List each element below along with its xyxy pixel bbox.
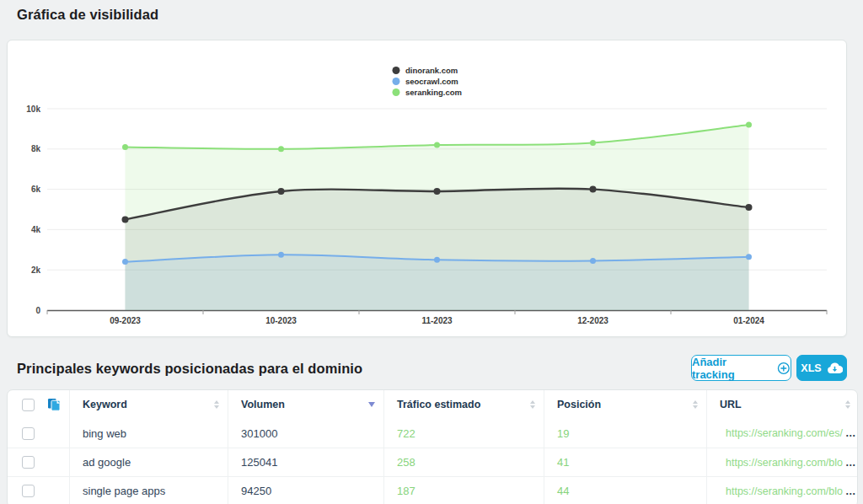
url-ellipsis: … [845, 485, 856, 497]
keywords-table: Keyword Volumen Tráfico estimado Posició… [7, 389, 858, 504]
row-checkbox[interactable] [22, 485, 35, 497]
series-color-dot [392, 88, 399, 96]
data-point-seocrawl.com[interactable] [122, 259, 128, 265]
legend-label: seranking.com [405, 88, 462, 97]
x-axis-tick: 11-2023 [421, 316, 453, 325]
legend-item-dinorank.com[interactable]: dinorank.com [392, 66, 462, 75]
chart-legend: dinorank.comseocrawl.comseranking.com [392, 66, 462, 97]
position-cell: 19 [544, 419, 707, 448]
volume-cell: 301000 [228, 419, 384, 448]
header-select-cell [8, 390, 70, 419]
data-point-dinorank.com[interactable] [746, 204, 753, 211]
data-point-dinorank.com[interactable] [122, 216, 129, 223]
keyword-cell: ad google [70, 448, 228, 476]
url-link[interactable]: https://seranking.com/blo… [707, 448, 858, 476]
table-body: bing web30100072219https://seranking.com… [8, 419, 857, 504]
table-header-row: Keyword Volumen Tráfico estimado Posició… [8, 390, 857, 419]
data-point-seranking.com[interactable] [122, 144, 128, 150]
legend-item-seocrawl.com[interactable]: seocrawl.com [392, 77, 462, 86]
url-ellipsis: … [845, 457, 856, 469]
data-point-seranking.com[interactable] [746, 122, 752, 128]
row-select-cell [8, 477, 70, 504]
y-axis-tick: 4k [31, 225, 41, 234]
url-link[interactable]: https://seranking.com/es/… [707, 419, 858, 448]
column-header-volumen[interactable]: Volumen [228, 390, 384, 419]
x-axis-tick: 12-2023 [577, 316, 608, 325]
legend-label: dinorank.com [405, 66, 458, 75]
position-cell: 44 [544, 477, 707, 504]
url-ellipsis: … [845, 427, 856, 439]
xls-label: XLS [801, 362, 821, 374]
series-color-dot [392, 67, 399, 74]
data-point-seranking.com[interactable] [278, 146, 284, 152]
sort-icon [214, 400, 219, 409]
table-row: single page apps9425018744https://serank… [8, 476, 857, 504]
traffic-cell: 722 [384, 419, 544, 448]
xls-export-button[interactable]: XLS [796, 355, 847, 381]
y-axis-tick: 0 [35, 306, 40, 315]
data-point-dinorank.com[interactable] [278, 188, 285, 195]
y-axis-tick: 2k [31, 265, 41, 275]
sort-desc-icon [368, 402, 375, 407]
position-cell: 41 [544, 448, 707, 476]
row-select-cell [8, 448, 70, 476]
data-point-seocrawl.com[interactable] [278, 252, 284, 258]
url-text: https://seranking.com/blo [726, 485, 843, 497]
add-tracking-button[interactable]: Añadir tracking [691, 355, 791, 381]
y-axis-tick: 8k [31, 144, 41, 153]
sort-icon [845, 400, 850, 409]
data-point-seranking.com[interactable] [434, 142, 440, 148]
copy-icon[interactable] [47, 398, 61, 411]
select-all-checkbox[interactable] [22, 399, 35, 411]
add-tracking-label: Añadir tracking [692, 356, 770, 381]
table-row: ad google12504125841https://seranking.co… [8, 448, 857, 476]
series-color-dot [392, 78, 399, 85]
column-header-posicion[interactable]: Posición [544, 390, 707, 419]
visibility-chart-title: Gráfica de visibilidad [17, 7, 158, 23]
x-axis-tick: 09-2023 [110, 316, 141, 325]
traffic-cell: 258 [384, 448, 544, 476]
data-point-dinorank.com[interactable] [590, 186, 597, 193]
y-axis-tick: 10k [26, 105, 40, 114]
data-point-seranking.com[interactable] [590, 140, 596, 146]
legend-label: seocrawl.com [405, 77, 458, 86]
traffic-cell: 187 [384, 477, 544, 504]
sort-icon [693, 400, 698, 409]
url-text: https://seranking.com/blo [726, 457, 843, 469]
y-axis-tick: 6k [31, 185, 41, 194]
data-point-dinorank.com[interactable] [434, 188, 441, 195]
keywords-section-title: Principales keywords posicionadas para e… [17, 361, 362, 377]
row-checkbox[interactable] [22, 427, 35, 440]
row-select-cell [8, 419, 70, 448]
keyword-cell: bing web [70, 419, 228, 448]
legend-item-seranking.com[interactable]: seranking.com [392, 88, 462, 97]
data-point-seocrawl.com[interactable] [746, 254, 752, 260]
column-header-keyword[interactable]: Keyword [70, 390, 228, 419]
row-checkbox[interactable] [22, 456, 35, 469]
volume-cell: 94250 [228, 477, 384, 504]
plus-circle-icon [777, 362, 791, 375]
data-point-seocrawl.com[interactable] [434, 257, 440, 263]
visibility-chart-card: dinorank.comseocrawl.comseranking.com 02… [7, 40, 847, 337]
x-axis-tick: 01-2024 [733, 316, 764, 325]
column-header-url[interactable]: URL [707, 390, 858, 419]
x-axis-tick: 10-2023 [265, 316, 297, 325]
cloud-download-icon [827, 362, 843, 374]
volume-cell: 125041 [228, 448, 384, 476]
url-link[interactable]: https://seranking.com/blo… [707, 477, 858, 504]
column-header-trafico[interactable]: Tráfico estimado [384, 390, 544, 419]
url-text: https://seranking.com/es/ [726, 427, 843, 439]
data-point-seocrawl.com[interactable] [590, 258, 596, 264]
keyword-cell: single page apps [70, 477, 228, 504]
sort-icon [530, 400, 535, 409]
table-row: bing web30100072219https://seranking.com… [8, 419, 857, 448]
